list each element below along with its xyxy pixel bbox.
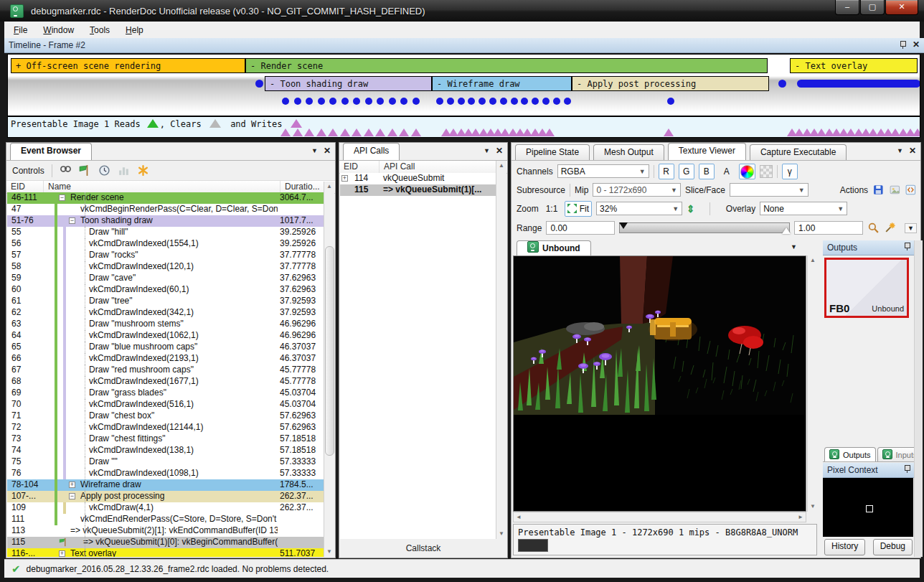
- expander-icon[interactable]: −: [59, 194, 65, 201]
- api-calls-scrollbar[interactable]: ▲ ▼: [496, 161, 506, 539]
- overlay-select[interactable]: None▼: [760, 202, 847, 215]
- event-browser-scrollbar[interactable]: ▲ ▼: [324, 182, 334, 557]
- event-row[interactable]: 73Draw "chest fittings"57.18518: [7, 433, 324, 445]
- tab-unbound[interactable]: Unbound: [517, 240, 591, 255]
- pin-icon[interactable]: [903, 242, 911, 250]
- range-max-value[interactable]: 1.00: [794, 221, 863, 235]
- timeline-bar[interactable]: + Off-screen scene rendering: [11, 58, 245, 73]
- event-row[interactable]: 56vkCmdDrawIndexed(1554,1)39.25926: [7, 238, 324, 250]
- expander-icon[interactable]: +: [59, 550, 65, 557]
- channel-b-button[interactable]: B: [699, 164, 715, 179]
- tab-mesh-output[interactable]: Mesh Output: [593, 144, 664, 160]
- event-row[interactable]: 67Draw "red mushroom caps"45.77778: [7, 365, 324, 376]
- expander-icon[interactable]: +: [341, 175, 348, 182]
- tab-api-calls[interactable]: API Calls: [343, 143, 400, 160]
- panel-menu-icon[interactable]: ▼: [311, 147, 318, 154]
- pin-icon[interactable]: [903, 464, 911, 473]
- tab-texture-viewer[interactable]: Texture Viewer: [668, 143, 746, 160]
- autofit-wand-icon[interactable]: [884, 222, 896, 234]
- panel-menu-icon[interactable]: ▼: [484, 147, 490, 154]
- tab-pipeline-state[interactable]: Pipeline State: [515, 144, 590, 160]
- colorwheel-button[interactable]: [739, 164, 755, 179]
- range-white-handle[interactable]: [782, 227, 791, 234]
- title-bar[interactable]: debugmarker.rdc - RenderDoc Unofficial r…: [0, 0, 924, 22]
- event-row[interactable]: 70vkCmdDrawIndexed(516,1)45.03704: [7, 399, 324, 410]
- api-calls-table[interactable]: 114+vkQueueSubmit115=> vkQueueSubmit(1)[…: [340, 173, 496, 539]
- timeline-bar[interactable]: - Toon shading draw: [265, 76, 432, 91]
- event-row[interactable]: 66vkCmdDrawIndexed(2193,1)46.37037: [7, 353, 324, 365]
- attach-image-icon[interactable]: [889, 184, 901, 196]
- tab-outputs[interactable]: Outputs: [824, 447, 876, 461]
- event-row[interactable]: 62vkCmdDrawIndexed(342,1)37.92593: [7, 307, 324, 319]
- minimize-button[interactable]: –: [835, 0, 859, 15]
- event-row[interactable]: 61Draw "tree"37.92593: [7, 296, 324, 307]
- pin-icon[interactable]: [899, 40, 907, 49]
- event-row[interactable]: 113=> vkQueueSubmit(2)[1]: vkEndCommandB…: [7, 525, 324, 537]
- timeline-bar[interactable]: - Render scene: [245, 58, 768, 73]
- timeline-bar[interactable]: - Text overlay: [790, 58, 918, 73]
- mip-select[interactable]: 0 - 1272x690▼: [593, 183, 681, 197]
- event-row[interactable]: 55Draw "hill"39.25926: [7, 227, 324, 238]
- event-row[interactable]: 107-...−Apply post processing262.37...: [7, 491, 324, 502]
- expander-icon[interactable]: −: [69, 217, 75, 224]
- checkerboard-button[interactable]: [760, 165, 773, 178]
- event-row[interactable]: 115=> vkQueueSubmit(1)[0]: vkBeginComman…: [7, 537, 324, 548]
- channel-g-button[interactable]: G: [679, 164, 694, 179]
- save-icon[interactable]: [872, 184, 885, 196]
- range-slider[interactable]: [619, 222, 790, 233]
- menu-window[interactable]: Window: [37, 23, 80, 37]
- texture-image-canvas[interactable]: [513, 255, 806, 512]
- timeline-bar[interactable]: - Apply post processing: [572, 76, 769, 91]
- stats-icon[interactable]: [118, 164, 130, 177]
- timeline-bar[interactable]: - Wireframe draw: [432, 76, 572, 91]
- texture-list-dropdown-icon[interactable]: ▼: [791, 243, 797, 250]
- range-black-handle[interactable]: [619, 222, 628, 229]
- panel-menu-icon[interactable]: ▼: [897, 147, 903, 154]
- close-icon[interactable]: ✕: [913, 39, 920, 50]
- sidebar-scroll-strip[interactable]: [914, 240, 923, 557]
- api-calls-column-header[interactable]: EID API Call: [339, 161, 507, 174]
- timeline-panel-header[interactable]: Timeline - Frame #2 ✕: [4, 38, 924, 53]
- event-row[interactable]: 78-104+Wireframe draw1784.5...: [7, 479, 324, 491]
- time-icon[interactable]: [98, 164, 110, 177]
- api-call-row[interactable]: 114+vkQueueSubmit: [340, 173, 496, 184]
- menu-tools[interactable]: Tools: [83, 23, 116, 37]
- debug-button[interactable]: Debug: [873, 539, 913, 555]
- channel-a-button[interactable]: A: [719, 164, 735, 179]
- tab-capture-executable[interactable]: Capture Executable: [750, 144, 847, 160]
- flip-vertical-icon[interactable]: ⇕: [687, 203, 695, 215]
- event-row[interactable]: 116-...+Text overlay511.7037: [7, 548, 324, 557]
- magnifier-icon[interactable]: [867, 222, 880, 234]
- channels-select[interactable]: RGBA▼: [557, 164, 649, 178]
- event-row[interactable]: 58vkCmdDrawIndexed(120,1)37.77778: [7, 261, 324, 273]
- range-options-icon[interactable]: ▼: [905, 223, 917, 233]
- event-row[interactable]: 51-76−Toon shading draw1017.7...: [7, 215, 324, 227]
- event-row[interactable]: 65Draw "blue mushroom caps"46.37037: [7, 342, 324, 353]
- menu-file[interactable]: File: [7, 23, 34, 37]
- close-icon[interactable]: ✕: [324, 146, 331, 156]
- event-row[interactable]: 64vkCmdDrawIndexed(1062,1)46.96296: [7, 330, 324, 342]
- open-in-code-icon[interactable]: [905, 184, 917, 196]
- expander-icon[interactable]: +: [69, 482, 75, 488]
- range-min-value[interactable]: 0.00: [546, 221, 615, 235]
- event-row[interactable]: 109vkCmdDraw(4,1)262.37...: [7, 502, 324, 514]
- event-row[interactable]: 76vkCmdDrawIndexed(1098,1)57.33333: [7, 468, 324, 479]
- event-row[interactable]: 72vkCmdDrawIndexed(12144,1)57.62963: [7, 422, 324, 433]
- viewport-vscrollbar[interactable]: ▲ ▼: [807, 255, 818, 512]
- event-row[interactable]: 59Draw "cave"37.62963: [7, 273, 324, 284]
- channel-r-button[interactable]: R: [659, 164, 674, 179]
- event-browser-table[interactable]: 46-111−Render scene3064.7...47vkCmdBegin…: [7, 192, 324, 557]
- slice-face-select[interactable]: ▼: [730, 183, 808, 197]
- expander-icon[interactable]: −: [69, 493, 75, 499]
- event-row[interactable]: 71Draw "chest box"57.62963: [7, 410, 324, 422]
- menu-help[interactable]: Help: [119, 23, 150, 37]
- close-icon[interactable]: ✕: [496, 146, 503, 156]
- history-button[interactable]: History: [824, 539, 865, 555]
- event-row[interactable]: 74vkCmdDrawIndexed(138,1)57.18518: [7, 445, 324, 456]
- event-row[interactable]: 75Draw ""57.33333: [7, 456, 324, 468]
- event-row[interactable]: 57Draw "rocks"37.77778: [7, 250, 324, 261]
- close-icon[interactable]: ✕: [909, 146, 916, 156]
- event-row[interactable]: 111vkCmdEndRenderPass(C=Store, D=Store, …: [7, 514, 324, 525]
- find-icon[interactable]: [60, 164, 72, 177]
- timeline-chart[interactable]: + Off-screen scene rendering- Render sce…: [7, 54, 920, 116]
